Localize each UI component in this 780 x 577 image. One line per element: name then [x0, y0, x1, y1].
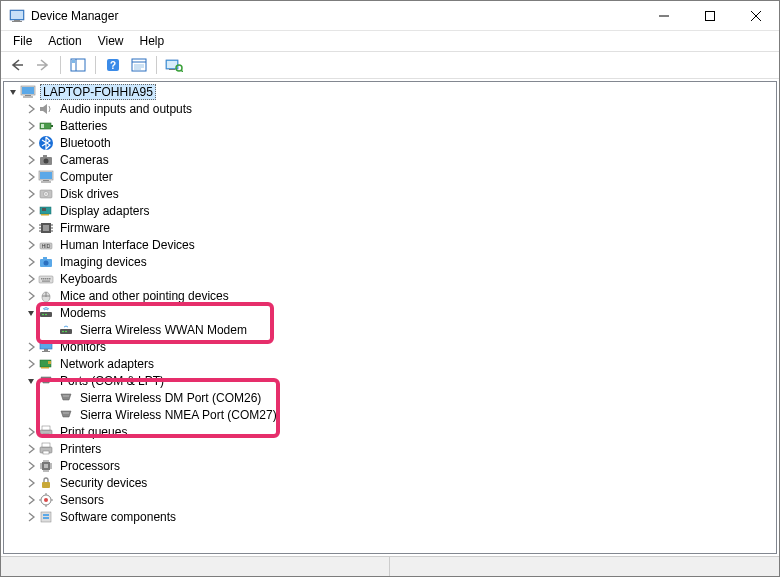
svg-point-112: [44, 498, 48, 502]
sensor-icon: [38, 492, 54, 508]
tree-root[interactable]: LAPTOP-FOHHIA95: [4, 83, 776, 100]
tree-label: Processors: [58, 459, 122, 473]
help-button[interactable]: ?: [101, 54, 125, 76]
chevron-right-icon[interactable]: [24, 510, 38, 524]
chevron-right-icon[interactable]: [24, 272, 38, 286]
category-keyboards[interactable]: Keyboards: [4, 270, 776, 287]
status-pane-left: [1, 557, 390, 576]
chevron-right-icon[interactable]: [24, 136, 38, 150]
category-batteries[interactable]: Batteries: [4, 117, 776, 134]
scan-hardware-button[interactable]: [162, 54, 186, 76]
svg-point-32: [44, 158, 49, 163]
svg-rect-58: [41, 278, 43, 280]
category-bluetooth[interactable]: Bluetooth: [4, 134, 776, 151]
chevron-down-icon[interactable]: [6, 85, 20, 99]
svg-rect-43: [42, 208, 46, 211]
print-queue-icon: [38, 424, 54, 440]
show-hide-console-button[interactable]: [66, 54, 90, 76]
category-processors[interactable]: Processors: [4, 457, 776, 474]
computer-icon: [20, 84, 36, 100]
tree-label: Ports (COM & LPT): [58, 374, 166, 388]
category-software-components[interactable]: Software components: [4, 508, 776, 525]
toolbar-separator: [60, 56, 61, 74]
category-security[interactable]: Security devices: [4, 474, 776, 491]
svg-rect-56: [43, 257, 47, 259]
chevron-right-icon[interactable]: [24, 476, 38, 490]
chevron-right-icon[interactable]: [24, 340, 38, 354]
category-firmware[interactable]: Firmware: [4, 219, 776, 236]
chevron-right-icon[interactable]: [24, 102, 38, 116]
category-disk[interactable]: Disk drives: [4, 185, 776, 202]
category-network[interactable]: Network adapters: [4, 355, 776, 372]
category-imaging[interactable]: Imaging devices: [4, 253, 776, 270]
maximize-button[interactable]: [687, 1, 733, 31]
category-audio[interactable]: Audio inputs and outputs: [4, 100, 776, 117]
chevron-right-icon[interactable]: [24, 187, 38, 201]
svg-point-81: [47, 378, 48, 379]
category-modems[interactable]: Modems: [4, 304, 776, 321]
category-printers[interactable]: Printers: [4, 440, 776, 457]
back-button[interactable]: [5, 54, 29, 76]
device-sierra-wwan-modem[interactable]: Sierra Wireless WWAN Modem: [4, 321, 776, 338]
chevron-right-icon[interactable]: [24, 119, 38, 133]
category-display[interactable]: Display adapters: [4, 202, 776, 219]
category-cameras[interactable]: Cameras: [4, 151, 776, 168]
svg-rect-61: [47, 278, 49, 280]
speaker-icon: [38, 101, 54, 117]
svg-rect-28: [51, 125, 53, 127]
category-ports[interactable]: Ports (COM & LPT): [4, 372, 776, 389]
category-hid[interactable]: HID Human Interface Devices: [4, 236, 776, 253]
device-sierra-dm-port[interactable]: Sierra Wireless DM Port (COM26): [4, 389, 776, 406]
minimize-button[interactable]: [641, 1, 687, 31]
menu-view[interactable]: View: [90, 32, 132, 50]
chevron-right-icon[interactable]: [24, 170, 38, 184]
tree-label: Network adapters: [58, 357, 156, 371]
chevron-down-icon[interactable]: [24, 306, 38, 320]
tree-label: Computer: [58, 170, 115, 184]
svg-point-89: [67, 412, 68, 413]
chevron-right-icon[interactable]: [24, 442, 38, 456]
port-device-icon: [58, 407, 74, 423]
menu-action[interactable]: Action: [40, 32, 89, 50]
chevron-right-icon[interactable]: [24, 289, 38, 303]
chevron-down-icon[interactable]: [24, 374, 38, 388]
svg-rect-95: [43, 451, 49, 454]
chevron-right-icon[interactable]: [24, 459, 38, 473]
chevron-right-icon[interactable]: [24, 493, 38, 507]
toolbar-separator: [156, 56, 157, 74]
properties-button[interactable]: [127, 54, 151, 76]
svg-point-79: [43, 378, 44, 379]
device-sierra-nmea-port[interactable]: Sierra Wireless NMEA Port (COM27): [4, 406, 776, 423]
svg-point-68: [42, 313, 44, 315]
svg-point-85: [65, 395, 66, 396]
chevron-right-icon[interactable]: [24, 255, 38, 269]
chevron-right-icon[interactable]: [24, 221, 38, 235]
svg-rect-42: [41, 214, 49, 216]
forward-button[interactable]: [31, 54, 55, 76]
svg-point-80: [45, 378, 46, 379]
tree-label: Sensors: [58, 493, 106, 507]
camera-icon: [38, 152, 54, 168]
chevron-right-icon[interactable]: [24, 425, 38, 439]
chevron-right-icon[interactable]: [24, 238, 38, 252]
tree-label: Mice and other pointing devices: [58, 289, 231, 303]
category-print-queues[interactable]: Print queues: [4, 423, 776, 440]
category-monitors[interactable]: Monitors: [4, 338, 776, 355]
chevron-right-icon[interactable]: [24, 153, 38, 167]
tree-label: Sierra Wireless DM Port (COM26): [78, 391, 263, 405]
device-tree[interactable]: LAPTOP-FOHHIA95 Audio inputs and outputs…: [3, 81, 777, 554]
category-sensors[interactable]: Sensors: [4, 491, 776, 508]
menu-help[interactable]: Help: [132, 32, 173, 50]
svg-rect-26: [23, 96, 33, 98]
category-computer[interactable]: Computer: [4, 168, 776, 185]
close-button[interactable]: [733, 1, 779, 31]
chevron-right-icon[interactable]: [24, 357, 38, 371]
security-icon: [38, 475, 54, 491]
svg-rect-73: [40, 341, 52, 349]
category-mice[interactable]: Mice and other pointing devices: [4, 287, 776, 304]
svg-rect-63: [42, 280, 50, 281]
menu-file[interactable]: File: [5, 32, 40, 50]
tree-label: Imaging devices: [58, 255, 149, 269]
svg-rect-10: [72, 60, 75, 63]
chevron-right-icon[interactable]: [24, 204, 38, 218]
